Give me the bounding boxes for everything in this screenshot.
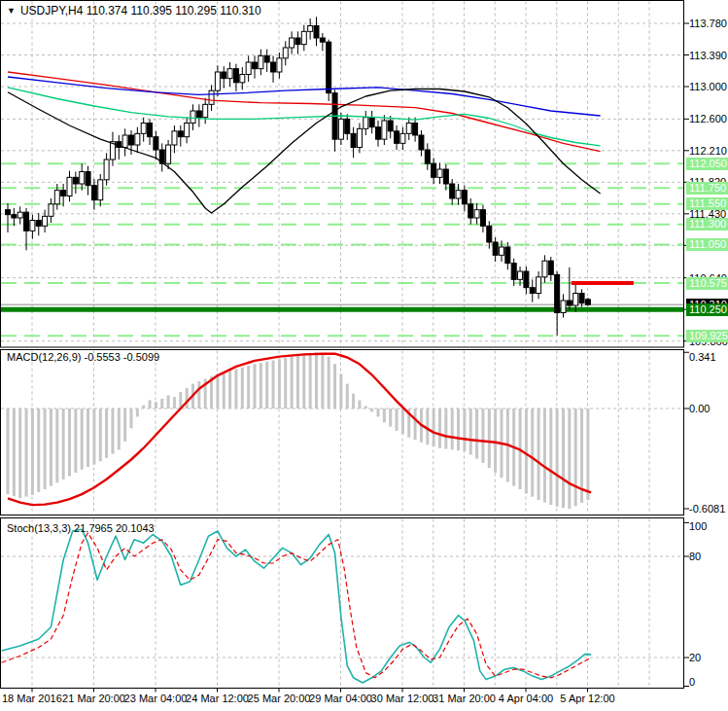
macd-histogram-bar xyxy=(50,409,52,486)
candle-body xyxy=(542,261,547,277)
candle-body xyxy=(561,301,566,313)
candle-body xyxy=(215,72,220,90)
macd-histogram-bar xyxy=(160,399,163,409)
macd-histogram-bar xyxy=(284,358,287,409)
macd-histogram-bar xyxy=(302,354,305,409)
macd-histogram-bar xyxy=(74,409,77,473)
candle-body xyxy=(376,127,381,140)
macd-histogram-bar xyxy=(549,409,552,505)
candle-body xyxy=(567,301,572,305)
macd-histogram-bar xyxy=(7,409,10,494)
candle-body xyxy=(178,131,183,137)
candle-body xyxy=(233,69,238,83)
candle-body xyxy=(54,191,59,204)
macd-histogram-bar xyxy=(586,409,589,500)
candle-body xyxy=(246,62,251,75)
candle-body xyxy=(253,62,258,69)
macd-histogram-bar xyxy=(260,363,262,409)
candle-body xyxy=(468,204,473,218)
macd-histogram-bar xyxy=(55,409,58,482)
candle-body xyxy=(196,111,201,118)
macd-histogram-bar xyxy=(451,409,454,449)
chart-menu-arrow-icon[interactable]: ▼ xyxy=(7,6,16,16)
macd-indicator-label: MACD(12,26,9) -0.5553 -0.5099 xyxy=(7,351,159,363)
candle-body xyxy=(437,169,442,177)
candle-body xyxy=(104,160,109,180)
candle-body xyxy=(462,191,467,204)
candle-body xyxy=(122,135,127,148)
candle-body xyxy=(301,31,306,44)
macd-histogram-bar xyxy=(525,409,528,493)
macd-histogram-bar xyxy=(216,373,219,409)
macd-histogram-bar xyxy=(37,409,40,492)
macd-histogram-bar xyxy=(142,406,145,409)
macd-histogram-bar xyxy=(149,401,152,409)
candle-body xyxy=(524,271,529,288)
macd-histogram-bar xyxy=(396,409,399,431)
macd-histogram-bar xyxy=(426,409,429,444)
candle-body xyxy=(314,26,319,39)
macd-histogram-bar xyxy=(123,409,126,442)
candle-body xyxy=(135,133,140,145)
macd-histogram-bar xyxy=(321,353,324,409)
candle-body xyxy=(240,75,245,83)
candle-body xyxy=(154,137,158,150)
candle-body xyxy=(573,294,578,306)
macd-histogram-bar xyxy=(234,369,237,409)
macd-histogram-bar xyxy=(414,409,417,440)
macd-histogram-bar xyxy=(377,409,380,416)
candle-body xyxy=(493,242,498,255)
candle-body xyxy=(474,210,479,218)
macd-histogram-bar xyxy=(44,409,47,489)
macd-histogram-bar xyxy=(18,409,21,498)
macd-histogram-bar xyxy=(370,409,373,411)
candle-body xyxy=(86,172,90,186)
candle-body xyxy=(129,135,134,145)
candle-body xyxy=(351,133,356,147)
candle-body xyxy=(6,210,11,215)
candle-body xyxy=(511,264,516,280)
candle-body xyxy=(17,212,22,218)
candle-body xyxy=(73,177,78,184)
candle-body xyxy=(425,150,430,163)
macd-histogram-bar xyxy=(228,371,231,409)
candle-body xyxy=(49,204,53,217)
candle-body xyxy=(327,42,331,93)
candle-body xyxy=(388,121,393,131)
macd-histogram-bar xyxy=(364,406,367,409)
candle-body xyxy=(259,55,263,68)
candle-body xyxy=(369,118,374,127)
candle-body xyxy=(320,38,325,42)
candle-body xyxy=(227,69,232,79)
macd-histogram-bar xyxy=(68,409,71,476)
stoch-indicator-label: Stoch(13,3,3) 21.7965 20.1043 xyxy=(7,522,155,534)
chart-title-text: USDJPY,H4 110.374 110.395 110.295 110.31… xyxy=(20,4,261,18)
candle-body xyxy=(413,124,418,136)
candle-body xyxy=(456,191,461,198)
macd-histogram-bar xyxy=(167,395,170,409)
candle-body xyxy=(585,300,590,304)
candle-body xyxy=(290,38,295,48)
candle-body xyxy=(443,169,448,184)
macd-histogram-bar xyxy=(272,360,275,409)
candle-body xyxy=(579,294,584,303)
candle-body xyxy=(480,210,485,227)
macd-histogram-bar xyxy=(481,409,484,463)
candle-body xyxy=(338,119,343,139)
candle-body xyxy=(382,121,387,139)
macd-histogram-bar xyxy=(389,409,392,427)
candle-body xyxy=(395,131,399,144)
macd-histogram-bar xyxy=(383,409,386,422)
candle-body xyxy=(43,216,48,226)
macd-histogram-bar xyxy=(87,409,89,467)
chart-title: ▼USDJPY,H4 110.374 110.395 110.295 110.3… xyxy=(7,4,261,18)
macd-histogram-bar xyxy=(562,409,565,508)
macd-histogram-bar xyxy=(197,381,200,409)
macd-histogram-bar xyxy=(25,409,28,497)
macd-histogram-bar xyxy=(31,409,34,495)
candle-body xyxy=(80,172,85,185)
macd-histogram-bar xyxy=(433,409,435,446)
macd-histogram-bar xyxy=(291,357,294,409)
macd-histogram-bar xyxy=(358,401,361,409)
macd-histogram-bar xyxy=(438,409,441,448)
